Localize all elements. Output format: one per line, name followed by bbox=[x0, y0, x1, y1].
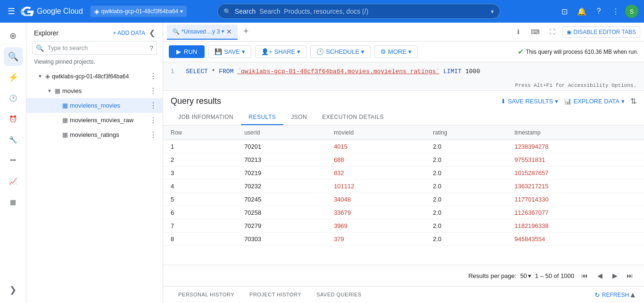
tab-job-information[interactable]: JOB INFORMATION bbox=[171, 110, 241, 125]
per-page-dropdown-icon: ▾ bbox=[528, 272, 531, 279]
tab-close-icon[interactable]: ✕ bbox=[226, 28, 232, 35]
top-nav: ☰ Google Cloud ◈ qwiklabs-gcp-01-48cf3f6… bbox=[0, 0, 644, 23]
compose-rail-icon[interactable]: ⚡ bbox=[4, 68, 23, 87]
sidebar-search-input[interactable] bbox=[32, 41, 157, 55]
accessibility-hint: Press Alt+F1 for Accessibility Options. bbox=[515, 83, 636, 88]
cell-movieId: 33679 bbox=[326, 206, 425, 219]
avatar[interactable]: S bbox=[625, 5, 638, 18]
info-icon[interactable]: ℹ bbox=[512, 25, 525, 39]
save-button[interactable]: 💾 SAVE ▾ bbox=[208, 45, 251, 58]
help-icon[interactable]: ? bbox=[591, 4, 606, 19]
table3-icon: ▦ bbox=[62, 131, 68, 138]
fullscreen-icon[interactable]: ⛶ bbox=[545, 25, 559, 39]
next-page-button[interactable]: ▶ bbox=[608, 269, 621, 282]
more-button[interactable]: ⚙ MORE ▾ bbox=[374, 45, 418, 58]
tree: ▼ ◈ qwiklabs-gcp-01-48cf3f64ba64 ⋮ ▼ ▦ m… bbox=[26, 69, 163, 142]
tree-table-movielens-movies-raw[interactable]: ▦ movielens_movies_raw ⋮ bbox=[26, 113, 163, 127]
editor-tab-unsaved[interactable]: 🔍 *Unsaved ...y 3 ▾ ✕ bbox=[167, 25, 238, 40]
cell-rating: 2.0 bbox=[425, 153, 507, 167]
tab-project-history[interactable]: PROJECT HISTORY bbox=[242, 288, 309, 302]
prev-page-button[interactable]: ◀ bbox=[593, 269, 606, 282]
table-reference[interactable]: `qwiklabs-gcp-01-48cf3f64ba64.movies.mov… bbox=[237, 68, 439, 75]
expand-rail-icon[interactable]: ❯ bbox=[4, 280, 23, 299]
dots-rail-icon[interactable]: ••• bbox=[4, 151, 23, 170]
cell-rating: 2.0 bbox=[425, 233, 507, 246]
expand-results-icon[interactable]: ⇅ bbox=[630, 97, 636, 106]
cell-timestamp: 975531831 bbox=[507, 153, 644, 167]
dataset-more-icon[interactable]: ⋮ bbox=[148, 85, 159, 96]
search-label: Search bbox=[235, 8, 256, 15]
cloud-shell-icon[interactable]: ⊡ bbox=[557, 4, 572, 19]
collapse-bottom-icon[interactable]: ▲ bbox=[629, 291, 636, 299]
run-button[interactable]: ▶ RUN bbox=[169, 45, 205, 58]
schedule-label: SCHEDULE bbox=[326, 48, 359, 55]
keyboard-icon[interactable]: ⌨ bbox=[528, 25, 542, 39]
table1-more-icon[interactable]: ⋮ bbox=[148, 100, 159, 111]
add-data-button[interactable]: + ADD DATA bbox=[113, 30, 145, 36]
sidebar-collapse-icon[interactable]: ❮ bbox=[149, 28, 155, 37]
table-row: 8703033792.0945843554 bbox=[163, 233, 644, 246]
tab-execution-details[interactable]: EXECUTION DETAILS bbox=[314, 110, 391, 125]
table-row: 4702321011122.01363217215 bbox=[163, 180, 644, 193]
tab-results[interactable]: RESULTS bbox=[241, 110, 283, 125]
save-dropdown-icon: ▾ bbox=[242, 48, 245, 55]
more-label: MORE bbox=[388, 48, 406, 55]
scheduled-rail-icon[interactable]: ⏰ bbox=[4, 109, 23, 128]
cell-userId: 70258 bbox=[237, 206, 326, 219]
cell-movieId: 34048 bbox=[326, 193, 425, 206]
new-tab-button[interactable]: + bbox=[239, 25, 252, 40]
explore-dropdown-icon: ▾ bbox=[621, 98, 625, 105]
tab-saved-queries[interactable]: SAVED QUERIES bbox=[309, 288, 369, 302]
cell-timestamp: 1363217215 bbox=[507, 180, 644, 193]
project-chip[interactable]: ◈ qwiklabs-gcp-01-48cf3f64ba64 ▾ bbox=[91, 6, 187, 17]
share-icon: 👤+ bbox=[261, 48, 272, 55]
refresh-label: REFRESH bbox=[602, 292, 629, 298]
per-page-select[interactable]: 50 ▾ bbox=[520, 272, 531, 279]
data-rail-icon[interactable]: ▦ bbox=[4, 193, 23, 211]
sidebar-help-icon[interactable]: ? bbox=[149, 44, 153, 52]
save-results-dropdown-icon: ▾ bbox=[555, 98, 558, 105]
overview-rail-icon[interactable]: ⊕ bbox=[4, 26, 23, 45]
cell-movieId: 4015 bbox=[326, 140, 425, 153]
more-options-icon[interactable]: ⋮ bbox=[608, 4, 623, 19]
table3-more-icon[interactable]: ⋮ bbox=[148, 129, 159, 140]
gear-icon: ⚙ bbox=[380, 48, 386, 55]
kw-from: FROM bbox=[219, 68, 233, 75]
tab-personal-history[interactable]: PERSONAL HISTORY bbox=[171, 288, 242, 302]
tree-dataset-item[interactable]: ▼ ▦ movies ⋮ bbox=[26, 84, 163, 98]
results-header: Query results ⬇ SAVE RESULTS ▾ 📊 EXPLORE… bbox=[163, 91, 644, 110]
search-input[interactable] bbox=[259, 8, 487, 15]
notifications-icon[interactable]: 🔔 bbox=[574, 4, 589, 19]
cell-row: 8 bbox=[163, 233, 237, 246]
cell-userId: 70213 bbox=[237, 153, 326, 167]
hamburger-menu[interactable]: ☰ bbox=[6, 4, 17, 18]
global-search-bar[interactable]: 🔍 Search ▾ bbox=[217, 4, 500, 19]
search-rail-icon[interactable]: 🔍 bbox=[4, 47, 23, 66]
save-results-button[interactable]: ⬇ SAVE RESULTS ▾ bbox=[501, 98, 558, 105]
tab-json[interactable]: JSON bbox=[283, 110, 314, 125]
share-button[interactable]: 👤+ SHARE ▾ bbox=[255, 45, 306, 58]
tree-project-item[interactable]: ▼ ◈ qwiklabs-gcp-01-48cf3f64ba64 ⋮ bbox=[26, 69, 163, 84]
last-page-button[interactable]: ⏭ bbox=[623, 269, 636, 282]
history-rail-icon[interactable]: 🕐 bbox=[4, 89, 23, 108]
tools-rail-icon[interactable]: 🔧 bbox=[4, 130, 23, 149]
explore-data-button[interactable]: 📊 EXPLORE DATA ▾ bbox=[564, 98, 625, 105]
first-page-button[interactable]: ⏮ bbox=[578, 269, 591, 282]
save-results-label: SAVE RESULTS bbox=[508, 98, 553, 105]
schedule-button[interactable]: 🕐 SCHEDULE ▾ bbox=[310, 45, 371, 58]
refresh-button[interactable]: ↻ REFRESH bbox=[594, 291, 629, 299]
query-editor[interactable]: 1 SELECT * FROM `qwiklabs-gcp-01-48cf3f6… bbox=[163, 62, 644, 91]
analytics-rail-icon[interactable]: 📈 bbox=[4, 172, 23, 191]
line-number: 1 bbox=[171, 68, 178, 75]
cell-movieId: 379 bbox=[326, 233, 425, 246]
table-row: 77027939692.01182196338 bbox=[163, 219, 644, 233]
per-page-label: Results per page: bbox=[468, 272, 516, 279]
table-header: Row userId movieId rating timestamp bbox=[163, 126, 644, 140]
table2-more-icon[interactable]: ⋮ bbox=[148, 115, 159, 126]
tree-table-movielens-movies[interactable]: ▦ movielens_movies ⋮ bbox=[26, 98, 163, 113]
disable-editor-tabs-button[interactable]: ◉ DISABLE EDITOR TABS bbox=[562, 26, 640, 38]
project-more-icon[interactable]: ⋮ bbox=[148, 71, 159, 82]
tree-table-movielens-ratings[interactable]: ▦ movielens_ratings ⋮ bbox=[26, 127, 163, 142]
tab-dropdown-icon[interactable]: ▾ bbox=[222, 28, 224, 34]
sidebar-subtext: Viewing pinned projects. bbox=[26, 59, 163, 69]
